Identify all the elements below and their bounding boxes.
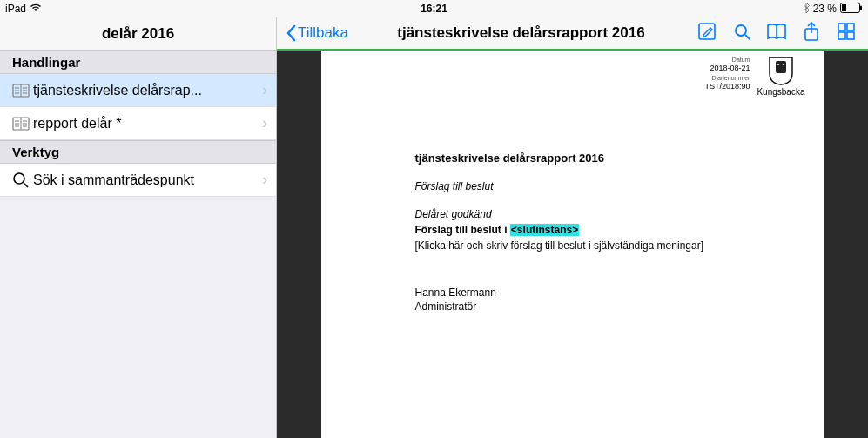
signer-name: Hanna Ekermann	[415, 286, 772, 299]
back-label: Tillbaka	[298, 24, 348, 42]
svg-rect-30	[776, 61, 786, 73]
approved-line: Delåret godkänd	[415, 208, 772, 220]
svg-line-20	[24, 183, 28, 187]
document-page: Datum 2018-08-21 Diarienummer TST/2018:9…	[321, 51, 824, 438]
svg-rect-2	[842, 4, 846, 11]
chevron-left-icon	[286, 24, 296, 42]
svg-line-23	[745, 35, 750, 39]
sidebar-item-doc2[interactable]: repport delår * ›	[0, 107, 276, 140]
section-header-verktyg: Verktyg	[0, 140, 276, 164]
svg-rect-28	[838, 32, 845, 39]
document-icon	[12, 84, 33, 98]
sidebar: delår 2016 Handlingar tjänsteskrivelse d…	[0, 17, 277, 438]
svg-rect-26	[838, 24, 845, 30]
battery-icon	[840, 3, 863, 16]
sidebar-title-row: delår 2016	[0, 17, 276, 51]
chevron-right-icon: ›	[262, 114, 267, 132]
search-icon	[12, 172, 33, 189]
doc-body-title: tjänsteskrivelse delårsrapport 2016	[415, 152, 772, 165]
hint-text: [Klicka här och skriv förslag till beslu…	[415, 239, 772, 252]
document-body: tjänsteskrivelse delårsrapport 2016 Förs…	[415, 152, 772, 313]
proposal-bold-text: Förslag till beslut i	[415, 224, 510, 236]
sidebar-item-search[interactable]: Sök i sammanträdespunkt ›	[0, 164, 276, 197]
signer-title: Administratör	[415, 300, 772, 313]
svg-rect-29	[847, 32, 854, 39]
svg-point-22	[736, 25, 746, 36]
svg-rect-27	[847, 24, 854, 30]
svg-rect-1	[860, 5, 862, 10]
toolbar: Tillbaka tjänsteskrivelse delårsrapport …	[277, 17, 868, 51]
chevron-right-icon: ›	[262, 81, 267, 99]
status-bar: iPad 16:21 23 %	[0, 0, 868, 17]
sidebar-item-label: tjänsteskrivelse delårsrap...	[33, 83, 262, 98]
sidebar-item-label: repport delår *	[33, 116, 262, 131]
meta-date-label: Datum	[704, 56, 750, 64]
share-button[interactable]	[798, 21, 824, 45]
meta-diary: TST/2018:90	[704, 82, 750, 92]
bluetooth-icon	[803, 3, 810, 16]
proposal-highlight: <slutinstans>	[510, 224, 579, 236]
document-viewer[interactable]: Datum 2018-08-21 Diarienummer TST/2018:9…	[277, 51, 868, 438]
back-button[interactable]: Tillbaka	[286, 24, 348, 42]
municipality-logo: Kungsbacka	[757, 56, 804, 97]
municipality-name: Kungsbacka	[757, 87, 804, 97]
svg-point-31	[777, 64, 779, 65]
edit-button[interactable]	[694, 22, 720, 44]
grid-button[interactable]	[833, 22, 859, 44]
sidebar-title: delår 2016	[102, 25, 174, 43]
device-label: iPad	[5, 3, 26, 15]
document-meta: Datum 2018-08-21 Diarienummer TST/2018:9…	[704, 56, 750, 92]
document-title: tjänsteskrivelse delårsrapport 2016	[357, 24, 685, 42]
sidebar-item-doc1[interactable]: tjänsteskrivelse delårsrap... ›	[0, 74, 276, 107]
svg-point-19	[14, 173, 24, 184]
proposal-bold-line: Förslag till beslut i <slutinstans>	[415, 224, 772, 236]
meta-date: 2018-08-21	[704, 64, 750, 74]
book-button[interactable]	[764, 23, 790, 44]
shield-icon	[768, 56, 794, 85]
clock: 16:21	[421, 3, 447, 15]
svg-point-32	[783, 64, 784, 65]
chevron-right-icon: ›	[262, 171, 267, 189]
section-header-handlingar: Handlingar	[0, 51, 276, 74]
wifi-icon	[30, 3, 42, 15]
search-button[interactable]	[729, 22, 755, 44]
proposal-heading: Förslag till beslut	[415, 180, 772, 192]
battery-text: 23 %	[813, 3, 837, 15]
meta-diary-label: Diarienummer	[704, 74, 750, 82]
sidebar-item-label: Sök i sammanträdespunkt	[33, 172, 262, 188]
document-icon	[12, 117, 33, 131]
content-pane: Tillbaka tjänsteskrivelse delårsrapport …	[277, 17, 868, 438]
